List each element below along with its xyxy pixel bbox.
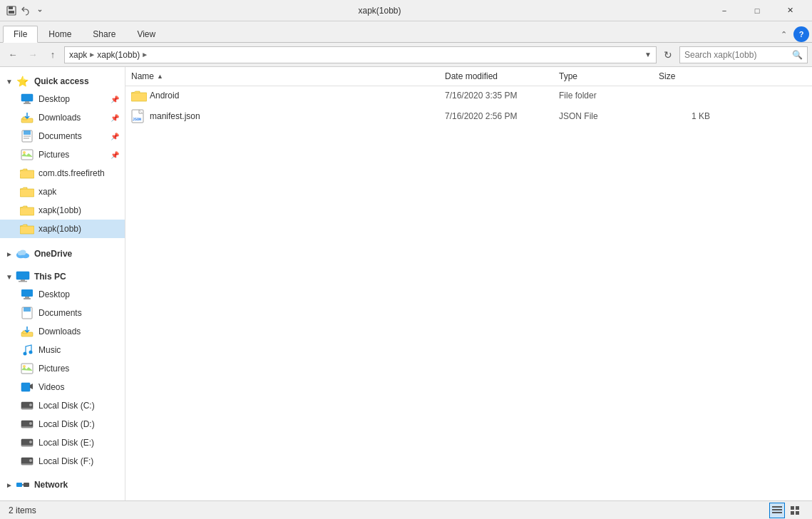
json-file-icon: JSON bbox=[131, 109, 145, 123]
breadcrumb-segment-1: xapk bbox=[69, 50, 87, 60]
this-pc-header[interactable]: ▼ This PC bbox=[0, 265, 125, 285]
pc-music-icon bbox=[20, 343, 34, 357]
svg-point-47 bbox=[29, 441, 32, 443]
dropdown-icon[interactable] bbox=[34, 5, 46, 16]
pc-videos-icon bbox=[20, 380, 34, 394]
quick-access-expand-icon: ▼ bbox=[6, 78, 13, 86]
sidebar-item-xapk-label: xapk bbox=[38, 187, 56, 197]
col-header-date[interactable]: Date modified bbox=[439, 70, 553, 83]
downloads-icon bbox=[20, 111, 34, 125]
svg-rect-26 bbox=[19, 281, 27, 282]
sidebar-item-freefireth[interactable]: com.dts.freefireth bbox=[0, 164, 125, 183]
sidebar-item-downloads[interactable]: Downloads 📌 bbox=[0, 108, 125, 127]
svg-point-50 bbox=[29, 459, 32, 462]
quick-access-header[interactable]: ▼ ⭐ Quick access bbox=[0, 70, 125, 90]
file-type-manifest: JSON File bbox=[553, 110, 653, 123]
network-header[interactable]: ► Network bbox=[0, 473, 125, 493]
large-icons-view-button[interactable] bbox=[788, 503, 803, 518]
sidebar-item-desktop[interactable]: Desktop 📌 bbox=[0, 90, 125, 108]
documents-icon bbox=[20, 129, 34, 143]
svg-point-41 bbox=[29, 404, 32, 406]
svg-point-23 bbox=[18, 251, 23, 255]
svg-rect-24 bbox=[16, 272, 29, 279]
address-bar[interactable]: xapk ► xapk(1obb) ► ▼ bbox=[64, 46, 657, 63]
up-button[interactable]: ↑ bbox=[44, 46, 61, 63]
ribbon-expand-area: ⌃ ? bbox=[776, 26, 809, 42]
svg-rect-38 bbox=[21, 383, 30, 391]
local-e-label: Local Disk (E:) bbox=[38, 438, 94, 448]
save-icon[interactable] bbox=[6, 5, 17, 16]
svg-rect-29 bbox=[24, 298, 31, 299]
sidebar-item-pictures[interactable]: Pictures 📌 bbox=[0, 145, 125, 164]
col-header-type[interactable]: Type bbox=[553, 70, 653, 83]
pin-icon-pictures: 📌 bbox=[111, 151, 119, 159]
onedrive-header[interactable]: ► OneDrive bbox=[0, 242, 125, 262]
sidebar-item-pc-downloads[interactable]: Downloads bbox=[0, 322, 125, 341]
sidebar-item-local-c[interactable]: Local Disk (C:) bbox=[0, 396, 125, 415]
title-bar-icons bbox=[6, 5, 46, 16]
svg-rect-51 bbox=[16, 483, 22, 487]
item-count: 2 items bbox=[9, 505, 36, 515]
svg-rect-1 bbox=[9, 6, 13, 9]
sidebar-item-pc-pictures[interactable]: Pictures bbox=[0, 359, 125, 378]
search-input[interactable] bbox=[684, 50, 792, 60]
pin-icon-desktop: 📌 bbox=[111, 96, 119, 103]
svg-rect-17 bbox=[20, 189, 34, 197]
sidebar-item-pc-videos[interactable]: Videos bbox=[0, 378, 125, 396]
close-button[interactable]: ✕ bbox=[774, 0, 806, 21]
sidebar-item-xapk[interactable]: xapk bbox=[0, 183, 125, 201]
refresh-button[interactable]: ↻ bbox=[659, 46, 677, 63]
back-button[interactable]: ← bbox=[4, 46, 21, 63]
tab-file[interactable]: File bbox=[3, 26, 38, 43]
sidebar-item-pc-music[interactable]: Music bbox=[0, 341, 125, 359]
minimize-button[interactable]: − bbox=[708, 0, 741, 21]
tab-view[interactable]: View bbox=[126, 26, 166, 42]
window-title: xapk(1obb) bbox=[51, 6, 708, 16]
help-button[interactable]: ? bbox=[793, 26, 809, 42]
sidebar-item-local-e[interactable]: Local Disk (E:) bbox=[0, 433, 125, 452]
forward-button[interactable]: → bbox=[24, 46, 41, 63]
column-headers: Name ▲ Date modified Type Size bbox=[125, 67, 812, 86]
search-icon[interactable]: 🔍 bbox=[792, 50, 803, 60]
maximize-button[interactable]: □ bbox=[741, 0, 774, 21]
ribbon-expand-button[interactable]: ⌃ bbox=[776, 27, 791, 41]
col-header-size[interactable]: Size bbox=[653, 70, 724, 83]
file-row-android[interactable]: Android 7/16/2020 3:35 PM File folder bbox=[125, 86, 812, 106]
sidebar-item-documents[interactable]: Documents 📌 bbox=[0, 127, 125, 145]
folder-icon-xapk1obb-2 bbox=[20, 222, 34, 236]
sidebar-item-pc-desktop[interactable]: Desktop bbox=[0, 285, 125, 304]
this-pc-label: This PC bbox=[34, 272, 66, 282]
disk-e-icon bbox=[20, 436, 34, 450]
sidebar-item-pictures-label: Pictures bbox=[38, 150, 69, 160]
sidebar-item-desktop-label: Desktop bbox=[38, 94, 70, 104]
file-size-manifest: 1 KB bbox=[653, 110, 724, 123]
svg-rect-25 bbox=[21, 279, 25, 281]
undo-icon[interactable] bbox=[20, 5, 31, 16]
sidebar-item-local-d[interactable]: Local Disk (D:) bbox=[0, 415, 125, 433]
col-header-name[interactable]: Name ▲ bbox=[125, 70, 439, 83]
svg-rect-60 bbox=[791, 506, 794, 510]
breadcrumb-arrow-1: ► bbox=[88, 51, 96, 58]
folder-icon-xapk bbox=[20, 185, 34, 199]
tab-share[interactable]: Share bbox=[82, 26, 126, 42]
pc-pictures-icon bbox=[20, 361, 34, 376]
network-label: Network bbox=[34, 480, 68, 490]
file-size-android bbox=[653, 94, 724, 97]
sidebar-item-pc-documents[interactable]: Documents bbox=[0, 304, 125, 322]
svg-rect-28 bbox=[25, 297, 29, 298]
svg-rect-27 bbox=[21, 289, 33, 297]
svg-rect-49 bbox=[21, 463, 33, 465]
file-row-manifest[interactable]: JSON manifest.json 7/16/2020 2:56 PM JSO… bbox=[125, 106, 812, 128]
svg-rect-19 bbox=[20, 226, 34, 234]
content-area: Name ▲ Date modified Type Size bbox=[125, 67, 812, 500]
sidebar-item-xapk1obb-1[interactable]: xapk(1obb) bbox=[0, 201, 125, 220]
address-dropdown-icon[interactable]: ▼ bbox=[644, 51, 652, 58]
details-view-button[interactable] bbox=[769, 503, 785, 518]
sidebar-item-xapk1obb-2[interactable]: xapk(1obb) bbox=[0, 220, 125, 238]
tab-home[interactable]: Home bbox=[38, 26, 82, 42]
svg-rect-63 bbox=[796, 511, 799, 515]
onedrive-expand-icon: ► bbox=[6, 250, 13, 258]
sidebar-item-local-f[interactable]: Local Disk (F:) bbox=[0, 452, 125, 471]
file-name-android: Android bbox=[125, 88, 439, 103]
search-box: 🔍 bbox=[679, 46, 808, 63]
